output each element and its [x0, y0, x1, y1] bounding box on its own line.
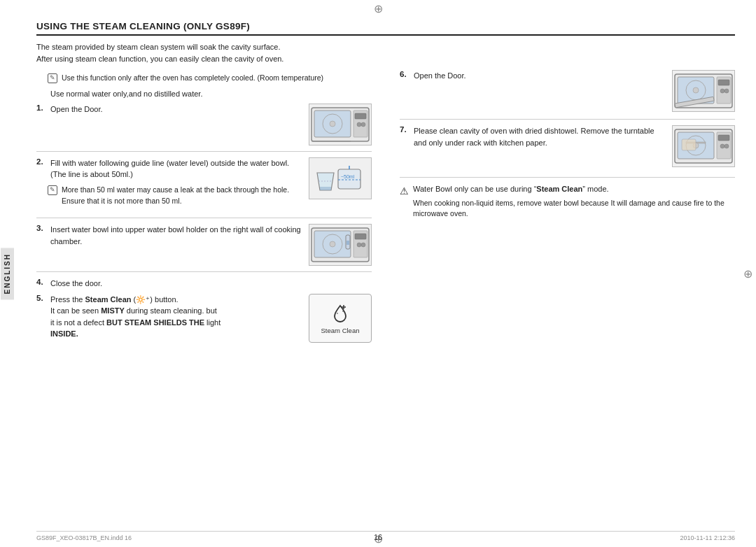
svg-point-34: [724, 89, 729, 93]
step-2-row: 2. Fill with water following guide line …: [36, 157, 303, 180]
note-box-2: ✎ More than 50 ml water may cause a leak…: [48, 185, 303, 207]
step-3: 3. Insert water bowl into upper water bo…: [36, 224, 372, 266]
note-2-text: Use normal water only,and no distilled w…: [50, 90, 372, 98]
svg-rect-9: [338, 169, 360, 189]
section-title: USING THE STEAM CLEANING (ONLY GS89F): [36, 21, 735, 36]
svg-rect-43: [718, 135, 729, 141]
step-3-number: 3.: [36, 224, 48, 232]
step-5: 5. Press the Steam Clean (🔆⁺) button. It…: [36, 294, 372, 344]
svg-rect-32: [718, 80, 729, 85]
step-1-row: 1. Open the Door.: [36, 104, 303, 115]
main-content: USING THE STEAM CLEANING (ONLY GS89F) Th…: [36, 21, 735, 512]
note-text-1: Use this function only after the oven ha…: [62, 73, 323, 84]
step-1: 1. Open the Door.: [36, 104, 372, 145]
step-2: 2. Fill with water following guide line …: [36, 157, 372, 213]
svg-rect-20: [355, 234, 366, 239]
step-1-content: 1. Open the Door.: [36, 104, 303, 120]
svg-point-6: [357, 122, 361, 127]
intro-line1: The steam provided by steam clean system…: [36, 41, 735, 64]
language-sidebar: ENGLISH: [0, 21, 14, 526]
step-5-content: 5. Press the Steam Clean (🔆⁺) button. It…: [36, 294, 303, 344]
svg-point-30: [693, 87, 699, 93]
step-4-text: Close the door.: [50, 278, 372, 290]
step-4-number: 4.: [36, 278, 48, 286]
step-3-image: [309, 224, 372, 266]
oven-svg-1: [310, 105, 370, 144]
warning-icon: ⚠: [400, 184, 409, 199]
step-2-text: Fill with water following guide line (wa…: [50, 157, 303, 180]
step-3-content: 3. Insert water bowl into upper water bo…: [36, 224, 303, 251]
step-1-number: 1.: [36, 104, 48, 112]
step-3-text: Insert water bowl into upper water bowl …: [50, 224, 303, 247]
reg-mark-top: ⊕: [372, 3, 384, 14]
water-bowl-svg: ~50ml: [310, 159, 370, 198]
warning-content: Water Bowl only can be use during “Steam…: [413, 183, 735, 220]
step-2-number: 2.: [36, 157, 48, 166]
divider-1: [36, 151, 372, 152]
svg-point-26: [342, 311, 344, 312]
two-column-layout: ✎ Use this function only after the oven …: [36, 70, 735, 350]
svg-point-33: [720, 89, 724, 93]
steam-btn-label-text: Steam Clean: [321, 327, 360, 334]
footer: GS89F_XEO-03817B_EN.indd 16 2010-11-11 2…: [36, 531, 735, 541]
note-box-1: ✎ Use this function only after the oven …: [48, 73, 372, 84]
svg-rect-5: [355, 113, 366, 119]
footer-right-text: 2010-11-11 2:12:36: [680, 534, 735, 541]
oven-svg-7: [673, 127, 734, 166]
step-7-content: 7. Please clean cavity of oven with drie…: [400, 125, 666, 152]
step-2-image: ~50ml: [309, 157, 372, 199]
svg-text:~50ml: ~50ml: [341, 174, 355, 179]
note-text-2: More than 50 ml water may cause a leak a…: [62, 185, 303, 207]
svg-point-25: [337, 313, 338, 314]
note-icon-2: ✎: [48, 185, 57, 195]
svg-point-16: [330, 241, 335, 247]
divider-right-1: [400, 119, 735, 120]
steam-clean-icon: [329, 301, 351, 324]
note-icon-1: ✎: [48, 73, 57, 83]
svg-point-44: [720, 144, 724, 148]
svg-rect-18: [346, 241, 349, 245]
step-6: 6. Open the Door.: [400, 70, 735, 112]
step-6-number: 6.: [400, 70, 411, 78]
steam-clean-button-image: Steam Clean: [309, 294, 372, 343]
reg-mark-right: ⊕: [742, 268, 753, 279]
svg-point-45: [724, 144, 729, 148]
svg-point-3: [330, 121, 335, 127]
step-5-row: 5. Press the Steam Clean (🔆⁺) button. It…: [36, 294, 303, 340]
language-label: ENGLISH: [1, 248, 14, 299]
step-7: 7. Please clean cavity of oven with drie…: [400, 125, 735, 167]
divider-right-2: [400, 177, 735, 178]
warning-line1: Water Bowl only can be use during “Steam…: [413, 183, 735, 195]
svg-point-21: [357, 243, 361, 247]
step-7-row: 7. Please clean cavity of oven with drie…: [400, 125, 666, 148]
step-6-image: [672, 70, 735, 112]
step-5-number: 5.: [36, 294, 48, 302]
step-5-text: Press the Steam Clean (🔆⁺) button. It ca…: [50, 294, 303, 340]
svg-point-7: [361, 122, 365, 127]
step-7-image: [672, 125, 735, 167]
right-column: 6. Open the Door.: [393, 70, 735, 350]
step-6-content: 6. Open the Door.: [400, 70, 666, 86]
step-1-image: [309, 104, 372, 145]
step-7-text: Please clean cavity of oven with dried d…: [414, 125, 666, 148]
svg-rect-41: [682, 139, 696, 150]
left-column: ✎ Use this function only after the oven …: [36, 70, 379, 350]
step-7-number: 7.: [400, 125, 411, 134]
warning-box: ⚠ Water Bowl only can be use during “Ste…: [400, 183, 735, 220]
oven-svg-3: [310, 225, 370, 264]
divider-3: [36, 271, 372, 272]
step-4: 4. Close the door.: [36, 278, 372, 290]
step-6-text: Open the Door.: [414, 70, 666, 82]
step-1-text: Open the Door.: [50, 104, 303, 115]
oven-svg-6: [673, 71, 734, 111]
step-6-row: 6. Open the Door.: [400, 70, 666, 82]
svg-point-22: [361, 243, 365, 247]
footer-left-text: GS89F_XEO-03817B_EN.indd 16: [36, 534, 132, 541]
step-3-row: 3. Insert water bowl into upper water bo…: [36, 224, 303, 247]
divider-2: [36, 218, 372, 218]
step-2-content: 2. Fill with water following guide line …: [36, 157, 303, 213]
warning-line2: When cooking non-liquid items, remove wa…: [413, 198, 735, 220]
